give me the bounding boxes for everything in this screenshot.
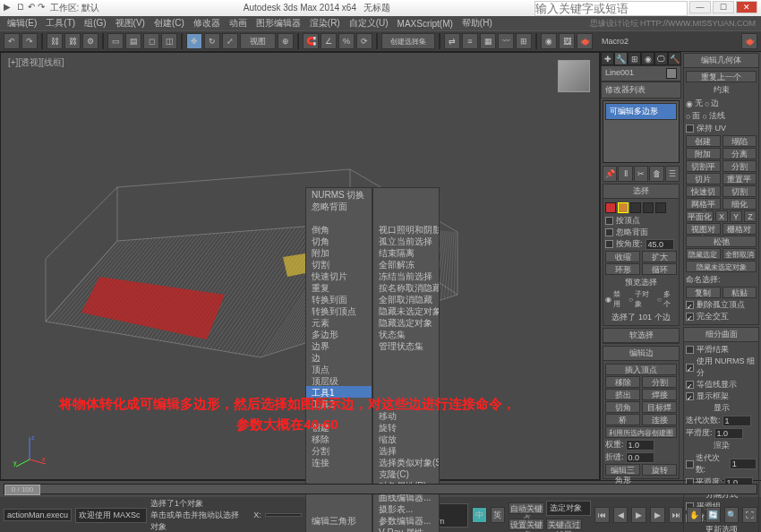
ctx-item[interactable]: 顶层级 [306, 374, 372, 386]
rotate-icon[interactable]: ↻ [204, 33, 220, 49]
schematic-icon[interactable]: ⊞ [516, 33, 532, 49]
close-button[interactable]: ✕ [736, 1, 757, 13]
reset-plane-button[interactable]: 重置平面 [723, 173, 757, 184]
nav-pan-icon[interactable]: ✋ [687, 507, 702, 523]
ctx-item[interactable]: 快速切片 [306, 270, 372, 281]
view-align-button[interactable]: 视图对齐 [686, 223, 721, 235]
hide-unsel-button[interactable]: 隐藏未选定对象 [686, 261, 757, 272]
ctx-item[interactable] [373, 374, 439, 386]
ctx-item[interactable] [373, 200, 439, 211]
curve-editor-icon[interactable]: 〰 [498, 33, 514, 49]
copy-button[interactable]: 复制 [686, 287, 721, 298]
planar-button[interactable]: 平面化 [686, 210, 714, 222]
menu-item[interactable]: MAXScript(M) [398, 19, 453, 29]
bind-icon[interactable]: ⚙ [82, 33, 98, 49]
ctx-item[interactable]: 边 [306, 351, 372, 363]
menu-item[interactable]: 自定义(U) [349, 17, 389, 30]
ctx-item[interactable]: 切割 [306, 258, 372, 270]
window-cross-icon[interactable]: ◫ [161, 33, 177, 49]
modifier-stack[interactable]: 可编辑多边形 [603, 100, 680, 163]
ref-coord-dropdown[interactable]: 视图 [240, 33, 276, 49]
connect-button[interactable]: 连接 [642, 414, 677, 425]
object-color[interactable] [666, 68, 677, 79]
ctx-item[interactable]: 孤立当前选择 [373, 235, 439, 246]
iso-display-check[interactable] [686, 381, 694, 389]
insert-vertex-button[interactable]: 插入顶点 [605, 364, 677, 375]
play-next-icon[interactable]: ▶ [650, 507, 665, 523]
by-angle-check[interactable] [605, 240, 613, 248]
ctx-item[interactable]: 全部取消隐藏 [373, 293, 439, 305]
ctx-item[interactable]: 边界 [306, 339, 372, 351]
remove-button[interactable]: 移除 [605, 376, 640, 388]
ctx-item[interactable]: 转换到面 [306, 293, 372, 305]
ctx-item[interactable]: 状态集 [373, 328, 439, 339]
layers-icon[interactable]: ▦ [480, 33, 496, 49]
ctx-item[interactable] [306, 502, 372, 514]
link-icon[interactable]: ⛓ [47, 33, 63, 49]
ctx-item[interactable]: 编辑三角形 [306, 514, 372, 526]
show-end-icon[interactable]: Ⅱ [618, 166, 632, 182]
ctx-item[interactable]: 连接 [306, 456, 372, 468]
hierarchy-tab[interactable]: ⊞ [628, 52, 641, 65]
workspace-label[interactable]: 工作区: 默认 [50, 2, 100, 14]
turn-button[interactable]: 旋转 [642, 464, 677, 476]
nurms-check[interactable] [686, 364, 694, 372]
bridge-button[interactable]: 桥 [605, 414, 640, 425]
unhide-all-button[interactable]: 全部取消隐藏 [723, 248, 757, 260]
ctx-item[interactable]: 管理状态集 [373, 339, 439, 351]
ctx-item[interactable]: 隐藏选定对象 [373, 316, 439, 328]
full-interact-check[interactable] [686, 313, 694, 321]
soft-selection-rollout[interactable]: 软选择 [603, 328, 680, 344]
angle-spinner[interactable]: 45.0 [646, 239, 674, 250]
quickslice-button[interactable]: 快速切片 [686, 185, 721, 197]
motion-tab[interactable]: ◉ [641, 52, 654, 65]
script-field[interactable]: actionMan.execu [4, 509, 72, 521]
ctx-item[interactable]: 参数编辑器... [373, 514, 439, 526]
select-icon[interactable]: ▭ [107, 33, 124, 49]
nav-zoom-icon[interactable]: 🔍 [724, 507, 740, 523]
ctx-item[interactable]: 忽略背面 [306, 200, 372, 211]
subobj-element[interactable] [655, 202, 666, 213]
ctx-item[interactable]: 全部解冻 [373, 258, 439, 270]
mirror-icon[interactable]: ⇄ [444, 33, 460, 49]
unique-icon[interactable]: ✂ [634, 166, 648, 182]
menu-item[interactable]: 帮助(H) [462, 17, 492, 30]
main-toolbar[interactable]: ↶ ↷ ⛓ ⛓̸ ⚙ ▭ ▤ ◻ ◫ ✥ ↻ ⤢ 视图 ⊕ 🧲 ∠ % ⟳ 创建… [0, 30, 761, 52]
ctx-item[interactable] [306, 526, 372, 532]
autokey-button[interactable]: 自动关键点 [509, 502, 544, 514]
play-prev-icon[interactable]: ◀ [613, 507, 628, 523]
del-iso-check[interactable] [686, 301, 694, 309]
ctx-item[interactable]: 冻结当前选择 [373, 270, 439, 281]
ctx-item[interactable] [373, 211, 439, 223]
menu-item[interactable]: 创建(C) [154, 17, 184, 30]
grow-button[interactable]: 扩大 [642, 251, 677, 262]
ctx-item[interactable]: 切角 [306, 235, 372, 246]
viewport-label[interactable]: [+][透视][线框] [8, 56, 64, 69]
ctx-item[interactable] [373, 351, 439, 363]
shrink-button[interactable]: 收缩 [605, 251, 640, 262]
remove-mod-icon[interactable]: 🗑 [649, 166, 663, 182]
ctx-item[interactable]: 视口照明和阴影 [373, 223, 439, 235]
render-icon[interactable]: 🫖 [577, 33, 593, 49]
extrude-button[interactable]: 挤出 [605, 389, 640, 400]
split-button[interactable]: 分割 [642, 376, 677, 388]
teapot-icon[interactable]: 🫖 [741, 33, 757, 49]
hide-sel-button[interactable]: 隐藏选定对象 [686, 248, 721, 260]
create-button[interactable]: 创建 [686, 135, 721, 147]
help-search[interactable] [534, 1, 688, 16]
angle-snap-icon[interactable]: ∠ [321, 33, 337, 49]
utility-tab[interactable]: 🔨 [668, 52, 681, 65]
ctx-item[interactable]: 选择 [373, 444, 439, 456]
menu-item[interactable]: 视图(V) [115, 17, 145, 30]
weld-button[interactable]: 焊接 [642, 389, 677, 400]
snap-icon[interactable]: 🧲 [303, 33, 319, 49]
redo-icon[interactable]: ↷ [21, 33, 38, 49]
ctx-item[interactable] [373, 188, 439, 200]
ctx-item[interactable]: 多边形 [306, 328, 372, 339]
viewcube[interactable] [558, 60, 590, 92]
menu-item[interactable]: 渲染(R) [310, 17, 340, 30]
time-slider[interactable]: 0 / 100 [4, 484, 757, 494]
menu-item[interactable]: 组(G) [84, 17, 106, 30]
undo-icon[interactable]: ↶ [4, 33, 20, 49]
attach-button[interactable]: 附加 [686, 148, 721, 159]
